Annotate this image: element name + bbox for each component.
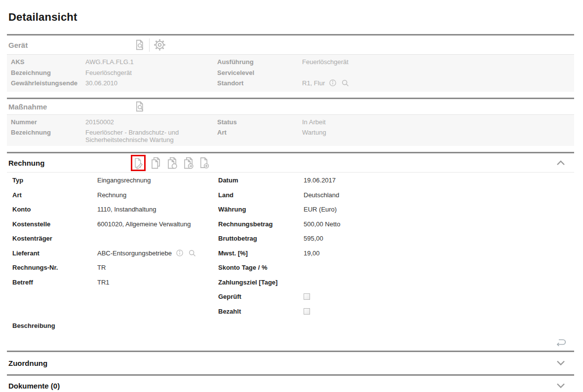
field-label: Datum [218,176,304,190]
field-label: Art [217,128,302,143]
field-label: Lieferant [12,249,97,263]
rechnung-body: Typ Eingangsrechnung Datum 19.06.2017 Ar… [7,172,574,351]
field-value: Feuerlöscher - Brandschutz- und Sicherhe… [85,128,217,143]
field-label: Konto [12,205,97,219]
field-label: Gewährleistungsende [11,78,85,89]
chevron-down-icon[interactable] [555,359,566,366]
field-label: Standort [217,78,302,89]
field-label: Rechnungs-Nr. [12,263,97,278]
copy-invoice-icon[interactable] [149,156,162,170]
invoice-circle-icon[interactable] [165,156,178,170]
section-dokumente-title: Dokumente (0) [8,382,60,390]
field-label: Servicelevel [217,68,302,79]
document-preview-icon[interactable] [133,38,146,52]
field-value [304,263,574,278]
field-value: Rechnung [97,190,218,205]
geprueft-checkbox[interactable] [304,293,310,300]
lieferant-value: ABC-Entsorgungsbetriebe [97,249,172,257]
geraet-body: AKS AWG.FLA.FLG.1 Ausführung Feuerlöschg… [7,54,574,92]
field-value: Wartung [302,128,574,143]
field-value: Feuerlöschgerät [85,68,217,79]
edit-invoice-icon[interactable] [133,156,144,170]
document-preview-icon[interactable] [133,100,146,113]
field-value: 30.06.2010 [85,78,217,89]
field-label: Bezeichnung [11,68,85,79]
section-massnahme: Maßnahme Nummer 20150002 Status In Arbei… [7,98,574,146]
search-icon[interactable] [341,78,350,88]
field-label: Rechnungsbetrag [218,219,304,234]
section-dokumente: Dokumente (0) [7,374,574,392]
field-label: Bezahlt [218,307,304,321]
section-zuordnung-header[interactable]: Zuordnung [7,352,574,374]
field-label: Ausführung [217,57,302,68]
geraet-toolbar [133,36,166,54]
search-icon[interactable] [188,249,197,258]
massnahme-toolbar [133,99,146,114]
field-value: 19.06.2017 [304,176,574,190]
rechnung-toolbar [131,153,210,172]
field-value: AWG.FLA.FLG.1 [85,57,217,68]
field-label: Status [217,117,302,128]
standort-value: R1, Flur [302,79,325,87]
detail-view: Detailansicht Gerät [0,11,583,392]
toolbar-separator [149,38,150,52]
field-label: Bruttobetrag [218,234,304,249]
section-zuordnung: Zuordnung [7,351,574,374]
field-label: Kostenträger [12,234,97,249]
invoice-circle-arrow-icon[interactable] [182,156,194,170]
field-label: Typ [12,176,97,190]
info-icon[interactable] [175,249,184,257]
settings-gear-icon[interactable] [153,38,166,52]
field-label: Geprüft [218,292,304,307]
field-value: Deutschland [304,190,574,205]
field-value: Eingangsrechnung [97,176,218,190]
field-label: Kostenstelle [12,219,97,234]
section-rechnung-title: Rechnung [8,159,44,167]
field-value: 500,00 Netto [304,219,574,234]
section-geraet-header: Gerät [7,36,574,54]
field-label: Bezeichnung [11,128,85,143]
massnahme-body: Nummer 20150002 Status In Arbeit Bezeich… [7,114,574,146]
section-geraet-title: Gerät [8,41,28,49]
new-invoice-icon[interactable] [198,156,210,170]
field-label: Land [218,190,304,205]
bezahlt-checkbox[interactable] [304,308,310,315]
page-title: Detailansicht [8,11,574,24]
chevron-up-icon[interactable] [555,159,566,166]
field-value: 19,00 [304,249,574,263]
field-value: TR1 [97,278,218,292]
field-value: EUR (Euro) [304,205,574,219]
field-label: Skonto Tage / % [218,263,304,278]
field-label: Mwst. [%] [218,249,304,263]
field-label: Art [12,190,97,205]
info-icon[interactable] [328,78,337,87]
section-dokumente-header[interactable]: Dokumente (0) [7,376,574,392]
return-arrow-icon[interactable] [553,336,567,348]
field-value: In Arbeit [302,117,574,128]
field-value: 595,00 [304,234,574,249]
field-value: Feuerlöschgerät [302,57,574,68]
field-label: Beschreibung [12,321,97,336]
section-massnahme-title: Maßnahme [8,103,47,111]
field-label: AKS [11,57,85,68]
field-value: 1110, Instandhaltung [97,205,218,219]
field-value [97,234,218,249]
field-label: Währung [218,205,304,219]
field-value [97,321,218,336]
field-label: Nummer [11,117,85,128]
section-rechnung: Rechnung [7,152,574,351]
field-value [302,68,574,79]
field-value: TR [97,263,218,278]
highlight-box [131,155,146,171]
section-massnahme-header: Maßnahme [7,99,574,114]
field-value [304,278,574,292]
section-zuordnung-title: Zuordnung [8,359,47,367]
section-rechnung-header: Rechnung [7,153,574,172]
field-value: 20150002 [85,117,217,128]
section-geraet: Gerät [7,34,574,92]
field-value: 6001020, Allgemeine Verwaltung [97,219,218,234]
field-label: Betreff [12,278,97,292]
field-label: Zahlungsziel [Tage] [218,278,304,292]
chevron-down-icon[interactable] [555,382,566,389]
